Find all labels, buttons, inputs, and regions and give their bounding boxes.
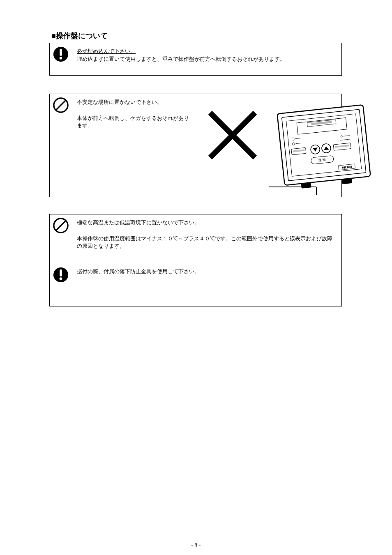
mandatory-action-icon (53, 46, 69, 62)
svg-rect-36 (342, 178, 352, 184)
svg-line-4 (56, 100, 66, 111)
caution-text-temp-1: 極端な高温または低温環境下に置かないで下さい。 (77, 219, 336, 226)
page-number: - 8 - (191, 542, 201, 549)
svg-text:運 転: 運 転 (318, 158, 326, 162)
svg-line-38 (56, 221, 66, 231)
section-title: ■操作盤について (51, 31, 108, 41)
mandatory-action-icon (53, 267, 69, 283)
svg-rect-35 (301, 182, 311, 188)
caution-text-bracket: 据付の際、付属の落下防止金具を使用して下さい。 (77, 268, 336, 275)
caution-text-embed-2: 埋め込まずに置いて使用しますと、重みで操作盤が前方へ転倒するおそれがあります。 (77, 55, 336, 63)
cross-mark-icon (206, 108, 259, 162)
device-tilting-illustration: 運 転 VR100 (269, 103, 384, 195)
prohibit-icon (53, 97, 69, 113)
prohibit-icon (53, 218, 69, 233)
caution-box-embed: 必ず埋め込んで下さい。 埋め込まずに置いて使用しますと、重みで操作盤が前方へ転倒… (49, 43, 342, 76)
caution-text-unstable-1: 不安定な場所に置かないで下さい。 (77, 99, 192, 106)
caution-box-unstable: 不安定な場所に置かないで下さい。 本体が前方へ転倒し、ケガをするおそれがあります… (49, 94, 342, 197)
caution-box-temperature: 極端な高温または低温環境下に置かないで下さい。 本操作盤の使用温度範囲はマイナス… (49, 214, 342, 306)
svg-point-41 (60, 277, 62, 280)
caution-text-temp-2: 本操作盤の使用温度範囲はマイナス１０℃～プラス４０℃です。この範囲外で使用すると… (77, 235, 336, 250)
caution-text-embed-1: 必ず埋め込んで下さい。 (77, 48, 336, 55)
svg-point-2 (60, 57, 62, 60)
svg-rect-1 (60, 49, 62, 56)
caution-text-unstable-2: 本体が前方へ転倒し、ケガをするおそれがあります。 (77, 115, 192, 129)
svg-rect-40 (60, 269, 62, 276)
